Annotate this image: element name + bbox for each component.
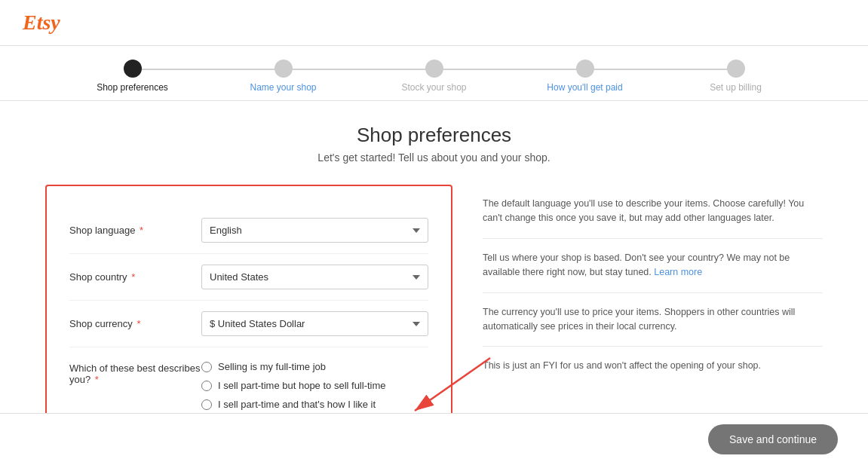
describes-you-label: Which of these best describes you? * — [69, 361, 201, 385]
language-info-block: The default language you'll use to descr… — [483, 185, 823, 239]
shop-country-label: Shop country * — [69, 271, 201, 283]
step-label-4: How you'll get paid — [547, 82, 622, 93]
radio-parttime-like-input[interactable] — [201, 399, 212, 410]
step-stock-your-shop[interactable]: Stock your shop — [359, 60, 510, 93]
required-star-describes: * — [92, 374, 99, 385]
radio-parttime-hope[interactable]: I sell part-time but hope to sell full-t… — [201, 380, 428, 391]
step-name-your-shop[interactable]: Name your shop — [208, 60, 359, 93]
learn-more-link[interactable]: Learn more — [654, 267, 702, 277]
step-label-2: Name your shop — [250, 82, 316, 93]
shop-country-select[interactable]: United States — [201, 265, 428, 289]
step-set-up-billing[interactable]: Set up billing — [661, 60, 811, 93]
required-star-language: * — [136, 225, 143, 236]
shop-language-select[interactable]: English — [201, 218, 428, 243]
step-how-youll-get-paid[interactable]: How you'll get paid — [510, 60, 661, 93]
radio-fulltime[interactable]: Selling is my full-time job — [201, 361, 428, 372]
step-circle-1 — [124, 60, 142, 78]
radio-parttime-like-label: I sell part-time and that's how I like i… — [218, 399, 376, 410]
step-circle-2 — [275, 60, 293, 78]
radio-parttime-like[interactable]: I sell part-time and that's how I like i… — [201, 399, 428, 410]
shop-currency-select[interactable]: $ United States Dollar — [201, 311, 428, 336]
shop-language-label: Shop language * — [69, 225, 201, 236]
radio-parttime-hope-label: I sell part-time but hope to sell full-t… — [218, 380, 386, 391]
step-circle-4 — [576, 60, 594, 78]
step-circle-5 — [727, 60, 745, 78]
required-star-country: * — [129, 271, 136, 283]
save-and-continue-button[interactable]: Save and continue — [708, 424, 838, 454]
shop-currency-row: Shop currency * $ United States Dollar — [69, 301, 428, 347]
required-star-currency: * — [134, 318, 141, 329]
describes-info-block: This is just an FYI for us and won't aff… — [483, 347, 823, 385]
page-subtitle: Let's get started! Tell us about you and… — [45, 151, 823, 164]
language-info-text: The default language you'll use to descr… — [483, 197, 823, 226]
header: Etsy — [0, 0, 868, 46]
step-label-3: Stock your shop — [401, 82, 466, 93]
step-label-5: Set up billing — [710, 82, 762, 93]
page-title: Shop preferences — [45, 124, 823, 147]
radio-fulltime-label: Selling is my full-time job — [218, 361, 326, 372]
radio-parttime-hope-input[interactable] — [201, 381, 212, 391]
describes-info-text: This is just an FYI for us and won't aff… — [483, 359, 823, 373]
currency-info-block: The currency you'll use to price your it… — [483, 293, 823, 347]
shop-language-row: Shop language * English — [69, 207, 428, 254]
country-info-block: Tell us where your shop is based. Don't … — [483, 239, 823, 293]
progress-steps: Shop preferences Name your shop Stock yo… — [0, 46, 868, 101]
page-content: Shop preferences Let's get started! Tell… — [0, 101, 868, 465]
shop-currency-label: Shop currency * — [69, 318, 201, 329]
step-shop-preferences[interactable]: Shop preferences — [57, 60, 208, 93]
step-label-1: Shop preferences — [97, 82, 168, 93]
etsy-logo: Etsy — [23, 11, 60, 34]
currency-info-text: The currency you'll use to price your it… — [483, 305, 823, 335]
country-info-text: Tell us where your shop is based. Don't … — [483, 251, 823, 280]
shop-country-row: Shop country * United States — [69, 254, 428, 301]
footer: Save and continue — [0, 413, 868, 465]
step-circle-3 — [425, 60, 443, 78]
radio-fulltime-input[interactable] — [201, 362, 212, 372]
